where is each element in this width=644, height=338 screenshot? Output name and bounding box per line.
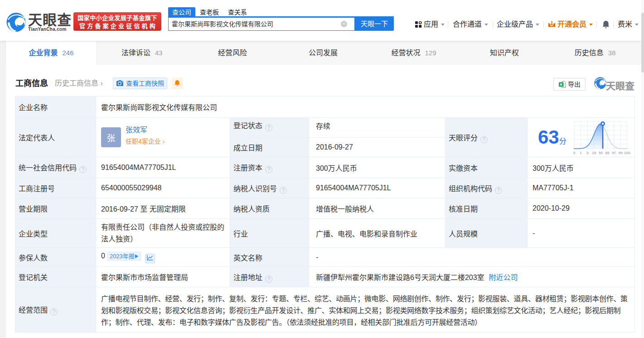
svg-text:15: 15 — [592, 151, 596, 155]
svg-text:0: 0 — [573, 151, 576, 155]
svg-text:99: 99 — [618, 151, 622, 155]
svg-text:1: 1 — [580, 151, 582, 155]
svg-text:50: 50 — [599, 151, 603, 155]
svg-text:100: 100 — [624, 151, 630, 155]
svg-text:85: 85 — [605, 151, 609, 155]
svg-text:97: 97 — [612, 151, 616, 155]
svg-text:3: 3 — [586, 151, 589, 155]
